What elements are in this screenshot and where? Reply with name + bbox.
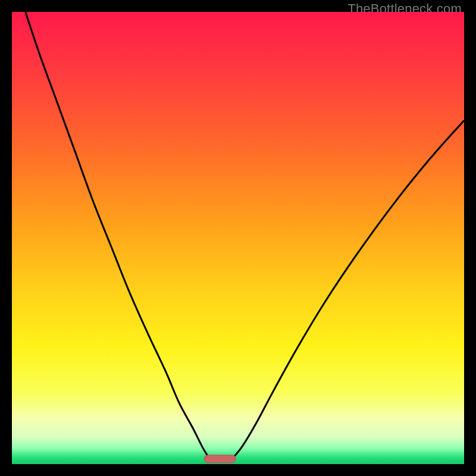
bottleneck-chart	[12, 12, 464, 464]
gradient-background	[12, 12, 464, 464]
chart-frame	[12, 12, 464, 464]
optimal-marker	[204, 455, 236, 463]
